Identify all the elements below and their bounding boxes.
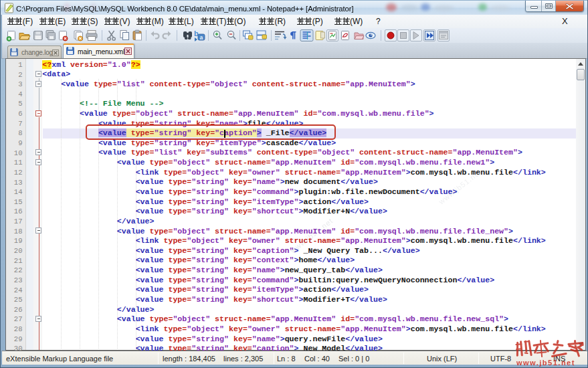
svg-text:a: a	[200, 34, 203, 41]
